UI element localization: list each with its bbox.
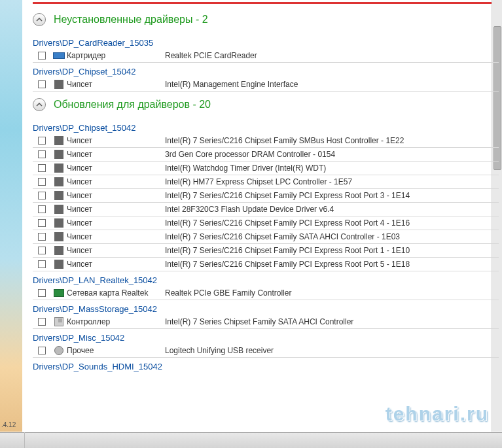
driver-description: Intel(R) 7 Series/C216 Chipset Family PC…: [165, 246, 499, 255]
driver-category: Чипсет: [67, 191, 165, 200]
driver-category: Прочее: [67, 346, 165, 355]
driver-category: Чипсет: [67, 232, 165, 241]
driver-category: Картридер: [67, 51, 165, 60]
chevron-up-icon: [36, 101, 43, 108]
chip-icon: [54, 191, 63, 200]
driver-category: Контроллер: [67, 317, 165, 326]
driver-description: Realtek PCIe GBE Family Controller: [165, 288, 499, 298]
driver-description: 3rd Gen Core processor DRAM Controller -…: [165, 150, 499, 159]
driver-description: Intel(R) Management Engine Interface: [165, 80, 499, 89]
checkbox[interactable]: [38, 52, 46, 60]
section-updates: Обновления для драйверов - 20: [33, 98, 499, 111]
driver-description: Intel(R) HM77 Express Chipset LPC Contro…: [165, 177, 499, 186]
section-title: Обновления для драйверов - 20: [54, 99, 211, 111]
driver-description: Intel(R) 7 Series/C216 Chipset Family PC…: [165, 218, 499, 228]
checkbox[interactable]: [38, 260, 46, 268]
driver-category: Чипсет: [67, 80, 165, 89]
driver-description: Intel(R) 7 Series/C216 Chipset Family PC…: [165, 260, 499, 269]
checkbox[interactable]: [38, 219, 46, 227]
driver-description: Logitech Unifying USB receiver: [165, 346, 499, 355]
chevron-up-icon: [36, 16, 43, 23]
checkbox[interactable]: [38, 347, 46, 354]
driver-row[interactable]: Чипсет Intel(R) Management Engine Interf…: [33, 78, 499, 92]
checkbox[interactable]: [38, 164, 46, 172]
bottom-bar-segment: [0, 432, 25, 448]
driver-description: Intel(R) 7 Series/C216 Chipset Family PC…: [165, 191, 499, 200]
chip-icon: [54, 205, 63, 214]
checkbox[interactable]: [38, 233, 46, 241]
chip-icon: [54, 218, 63, 228]
group-link-massstorage[interactable]: Drivers\DP_MassStorage_15042: [33, 304, 499, 314]
driver-row[interactable]: Чипсет3rd Gen Core processor DRAM Contro…: [33, 148, 499, 162]
driver-description: Intel(R) 7 Series Chipset Family SATA AH…: [165, 317, 499, 326]
collapse-button-uninstalled[interactable]: [33, 13, 46, 26]
driver-row[interactable]: ЧипсетIntel 28F320C3 Flash Update Device…: [33, 203, 499, 216]
cardreader-icon: [53, 52, 65, 59]
group-link-cardreader[interactable]: Drivers\DP_CardReader_15035: [33, 38, 499, 48]
section-title: Неустановленные драйверы - 2: [54, 14, 208, 26]
driver-category: Чипсет: [67, 136, 165, 145]
storage-icon: [54, 317, 63, 326]
checkbox[interactable]: [38, 178, 46, 186]
collapse-button-updates[interactable]: [33, 98, 46, 111]
driver-category: Чипсет: [67, 205, 165, 214]
desktop-sliver: [0, 0, 22, 432]
group-link-sounds[interactable]: Drivers\DP_Sounds_HDMI_15042: [33, 362, 499, 371]
driver-category: Чипсет: [67, 246, 165, 255]
checkbox[interactable]: [38, 80, 46, 88]
driver-category: Сетевая карта Realtek: [67, 288, 165, 298]
driver-row[interactable]: ЧипсетIntel(R) Watchdog Timer Driver (In…: [33, 162, 499, 175]
misc-icon: [54, 346, 63, 355]
checkbox[interactable]: [38, 318, 46, 326]
group-link-lan[interactable]: Drivers\DP_LAN_Realtek_15042: [33, 275, 499, 285]
group-link-chipset-u[interactable]: Drivers\DP_Chipset_15042: [33, 67, 499, 77]
driver-category: Чипсет: [67, 164, 165, 173]
checkbox[interactable]: [38, 205, 46, 213]
driver-description: Realtek PCIE CardReader: [165, 51, 499, 60]
group-link-chipset[interactable]: Drivers\DP_Chipset_15042: [33, 123, 499, 133]
chip-icon: [54, 246, 63, 255]
bottom-bar: [0, 432, 502, 448]
group-link-misc[interactable]: Drivers\DP_Misc_15042: [33, 333, 499, 343]
driver-row[interactable]: ЧипсетIntel(R) 7 Series/C216 Chipset Fam…: [33, 189, 499, 203]
chip-icon: [54, 164, 63, 173]
driver-row[interactable]: Контроллер Intel(R) 7 Series Chipset Fam…: [33, 315, 499, 329]
version-label: .4.12: [1, 421, 16, 428]
driver-row[interactable]: Сетевая карта Realtek Realtek PCIe GBE F…: [33, 286, 499, 300]
chip-icon: [54, 260, 63, 269]
driver-description: Intel(R) 7 Series/C216 Chipset Family SM…: [165, 136, 499, 145]
chip-icon: [54, 136, 63, 145]
driver-row[interactable]: ЧипсетIntel(R) 7 Series/C216 Chipset Fam…: [33, 230, 499, 244]
chip-icon: [54, 150, 63, 159]
driver-category: Чипсет: [67, 218, 165, 228]
checkbox[interactable]: [38, 150, 46, 158]
driver-category: Чипсет: [67, 177, 165, 186]
chip-icon: [54, 177, 63, 186]
checkbox[interactable]: [38, 289, 46, 297]
driver-description: Intel 28F320C3 Flash Update Device Drive…: [165, 205, 499, 214]
checkbox[interactable]: [38, 137, 46, 145]
checkbox[interactable]: [38, 247, 46, 254]
driver-description: Intel(R) Watchdog Timer Driver (Intel(R)…: [165, 164, 499, 173]
driver-row[interactable]: Прочее Logitech Unifying USB receiver: [33, 344, 499, 358]
driver-row[interactable]: ЧипсетIntel(R) 7 Series/C216 Chipset Fam…: [33, 258, 499, 271]
driver-row[interactable]: ЧипсетIntel(R) 7 Series/C216 Chipset Fam…: [33, 244, 499, 258]
lan-icon: [54, 289, 64, 297]
top-red-divider: [33, 2, 499, 4]
driver-row[interactable]: Картридер Realtek PCIE CardReader: [33, 49, 499, 63]
driver-category: Чипсет: [67, 150, 165, 159]
driver-description: Intel(R) 7 Series/C216 Chipset Family SA…: [165, 232, 499, 241]
chip-icon: [54, 80, 63, 89]
chip-icon: [54, 232, 63, 241]
driver-row[interactable]: ЧипсетIntel(R) HM77 Express Chipset LPC …: [33, 175, 499, 189]
driver-category: Чипсет: [67, 260, 165, 269]
driver-row[interactable]: ЧипсетIntel(R) 7 Series/C216 Chipset Fam…: [33, 216, 499, 230]
checkbox[interactable]: [38, 192, 46, 199]
section-uninstalled: Неустановленные драйверы - 2: [33, 13, 499, 26]
driver-row[interactable]: ЧипсетIntel(R) 7 Series/C216 Chipset Fam…: [33, 134, 499, 148]
